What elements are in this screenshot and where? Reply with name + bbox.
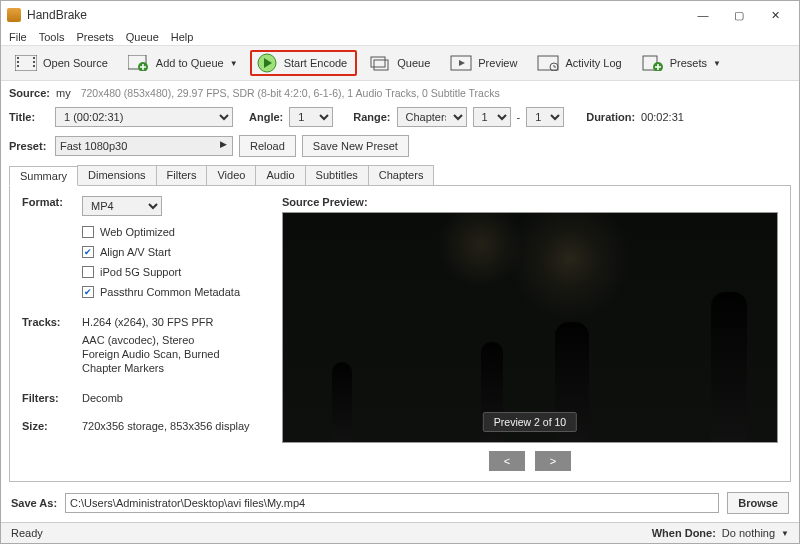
menu-file[interactable]: File <box>9 31 27 43</box>
preview-button[interactable]: Preview <box>442 50 525 76</box>
menubar: File Tools Presets Queue Help <box>1 29 799 46</box>
filters-label: Filters: <box>22 392 82 404</box>
source-info: 720x480 (853x480), 29.97 FPS, SDR (8-bit… <box>81 87 500 99</box>
chevron-down-icon[interactable]: ▼ <box>781 529 789 538</box>
title-label: Title: <box>9 111 49 123</box>
preset-row: Preset: ▶ Reload Save New Preset <box>9 135 791 157</box>
play-icon <box>256 54 278 72</box>
svg-rect-1 <box>17 57 19 59</box>
track-line: H.264 (x264), 30 FPS PFR <box>82 316 213 328</box>
start-encode-label: Start Encode <box>284 57 348 69</box>
angle-select[interactable]: 1 <box>289 107 333 127</box>
title-select[interactable]: 1 (00:02:31) <box>55 107 233 127</box>
preset-label: Preset: <box>9 140 49 152</box>
preset-icon <box>642 54 664 72</box>
statusbar: Ready When Done: Do nothing ▼ <box>1 522 799 543</box>
toolbar: Open Source Add to Queue ▼ Start Encode … <box>1 46 799 81</box>
preview-next-button[interactable]: > <box>535 451 571 471</box>
presets-button[interactable]: Presets ▼ <box>634 50 729 76</box>
add-queue-button[interactable]: Add to Queue ▼ <box>120 50 246 76</box>
queue-button[interactable]: Queue <box>361 50 438 76</box>
source-row: Source: my 720x480 (853x480), 29.97 FPS,… <box>9 87 791 99</box>
preview-label: Preview <box>478 57 517 69</box>
preview-badge: Preview 2 of 10 <box>483 412 577 432</box>
when-done-label: When Done: <box>652 527 716 539</box>
log-icon <box>537 54 559 72</box>
menu-tools[interactable]: Tools <box>39 31 65 43</box>
angle-label: Angle: <box>249 111 283 123</box>
ipod-check[interactable]: iPod 5G Support <box>82 266 262 278</box>
track-line: Chapter Markers <box>82 362 262 374</box>
range-from-select[interactable]: 1 <box>473 107 511 127</box>
preview-silhouette <box>711 292 747 442</box>
preview-frame[interactable]: Preview 2 of 10 <box>282 212 778 443</box>
save-preset-button[interactable]: Save New Preset <box>302 135 409 157</box>
track-line: Foreign Audio Scan, Burned <box>82 348 262 360</box>
checkbox-icon <box>82 266 94 278</box>
save-as-field[interactable] <box>65 493 719 513</box>
chevron-down-icon[interactable]: ▼ <box>230 59 238 68</box>
menu-presets[interactable]: Presets <box>76 31 113 43</box>
browse-button[interactable]: Browse <box>727 492 789 514</box>
preset-field[interactable] <box>55 136 233 156</box>
range-type-select[interactable]: Chapters <box>397 107 467 127</box>
format-select[interactable]: MP4 <box>82 196 162 216</box>
save-as-label: Save As: <box>11 497 57 509</box>
tab-summary[interactable]: Summary <box>9 166 78 186</box>
svg-rect-2 <box>17 61 19 63</box>
activity-label: Activity Log <box>565 57 621 69</box>
passthru-check[interactable]: ✔Passthru Common Metadata <box>82 286 262 298</box>
format-label: Format: <box>22 196 82 216</box>
tab-audio[interactable]: Audio <box>255 165 305 185</box>
svg-rect-6 <box>33 65 35 67</box>
maximize-button[interactable]: ▢ <box>721 5 757 25</box>
chevron-down-icon[interactable]: ▼ <box>713 59 721 68</box>
preview-silhouette <box>332 362 352 442</box>
images-icon <box>369 54 391 72</box>
svg-marker-14 <box>459 60 465 66</box>
app-icon <box>7 8 21 22</box>
open-source-label: Open Source <box>43 57 108 69</box>
web-optimized-check[interactable]: Web Optimized <box>82 226 262 238</box>
titlebar: HandBrake — ▢ ✕ <box>1 1 799 29</box>
queue-label: Queue <box>397 57 430 69</box>
svg-rect-5 <box>33 61 35 63</box>
range-to-select[interactable]: 1 <box>526 107 564 127</box>
source-name: my <box>56 87 71 99</box>
window-title: HandBrake <box>27 8 685 22</box>
tabs: Summary Dimensions Filters Video Audio S… <box>9 165 791 186</box>
align-av-check[interactable]: ✔Align A/V Start <box>82 246 262 258</box>
checkbox-icon: ✔ <box>82 286 94 298</box>
source-preview-label: Source Preview: <box>282 196 778 208</box>
add-queue-label: Add to Queue <box>156 57 224 69</box>
filters-value: Decomb <box>82 392 123 404</box>
minimize-button[interactable]: — <box>685 5 721 25</box>
reload-button[interactable]: Reload <box>239 135 296 157</box>
when-done-value[interactable]: Do nothing <box>722 527 775 539</box>
checkbox-icon <box>82 226 94 238</box>
chevron-right-icon[interactable]: ▶ <box>220 139 227 149</box>
preview-prev-button[interactable]: < <box>489 451 525 471</box>
tab-subtitles[interactable]: Subtitles <box>305 165 369 185</box>
tab-dimensions[interactable]: Dimensions <box>77 165 156 185</box>
start-encode-button[interactable]: Start Encode <box>250 50 358 76</box>
summary-panel: Format: MP4 Web Optimized ✔Align A/V Sta… <box>9 186 791 482</box>
tracks-label: Tracks: <box>22 316 82 328</box>
duration-value: 00:02:31 <box>641 111 684 123</box>
title-row: Title: 1 (00:02:31) Angle: 1 Range: Chap… <box>9 107 791 127</box>
size-value: 720x356 storage, 853x356 display <box>82 420 250 432</box>
menu-help[interactable]: Help <box>171 31 194 43</box>
close-button[interactable]: ✕ <box>757 5 793 25</box>
activity-log-button[interactable]: Activity Log <box>529 50 629 76</box>
range-dash: - <box>517 111 521 123</box>
open-source-button[interactable]: Open Source <box>7 50 116 76</box>
film-icon <box>15 54 37 72</box>
tab-video[interactable]: Video <box>206 165 256 185</box>
tab-filters[interactable]: Filters <box>156 165 208 185</box>
menu-queue[interactable]: Queue <box>126 31 159 43</box>
save-as-row: Save As: Browse <box>1 486 799 522</box>
tab-chapters[interactable]: Chapters <box>368 165 435 185</box>
track-line: AAC (avcodec), Stereo <box>82 334 262 346</box>
source-label: Source: <box>9 87 50 99</box>
image-plus-icon <box>128 54 150 72</box>
